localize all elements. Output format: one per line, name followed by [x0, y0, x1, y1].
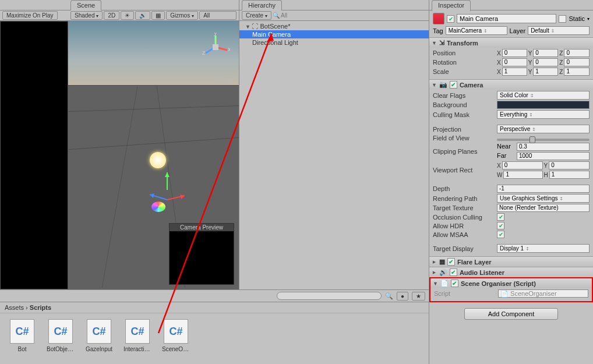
hierarchy-item-directional-light[interactable]: Directional Light [239, 38, 429, 47]
camera-preview: Camera Preview [169, 223, 234, 285]
gizmos-dropdown[interactable]: Gizmos [166, 11, 198, 20]
tab-scene[interactable]: Scene [70, 0, 101, 11]
project-filter-button[interactable]: ● [397, 292, 408, 301]
background-color-field[interactable] [497, 101, 590, 109]
breadcrumb[interactable]: Assets › Scripts [0, 302, 429, 313]
scene-view[interactable]: ‹Persp y x z [68, 21, 239, 289]
search-icon: 🔍 [385, 292, 393, 300]
viewport-y-field[interactable]: 0 [549, 161, 590, 169]
tag-label: Tag [433, 27, 443, 34]
layer-label: Layer [510, 27, 526, 34]
tag-dropdown[interactable]: MainCamera [446, 26, 507, 35]
scene-2d-toggle[interactable]: 2D [104, 11, 119, 20]
scene-organiser-enabled-checkbox[interactable] [451, 280, 458, 287]
highlight-annotation: ▼📄Scene Organiser (Script) Script📄 Scene… [429, 277, 593, 302]
asset-botobjects[interactable]: C#BotObjects [47, 319, 75, 352]
scale-x-field[interactable]: 1 [502, 68, 527, 76]
gameobject-enabled-checkbox[interactable] [447, 15, 454, 23]
hierarchy-tree[interactable]: ▼ ⛶ BotScene* Main Camera Directional Li… [239, 21, 429, 289]
far-clip-field[interactable]: 1000 [517, 152, 590, 160]
svg-marker-8 [165, 172, 170, 177]
component-scene-organiser: ▼📄Scene Organiser (Script) Script📄 Scene… [430, 278, 592, 301]
game-view [0, 21, 68, 289]
viewport-w-field[interactable]: 1 [503, 171, 542, 179]
flare-layer-header[interactable]: ▼▦Flare Layer [429, 257, 593, 267]
tab-hierarchy[interactable]: Hierarchy [242, 0, 282, 11]
game-tabbar [0, 0, 68, 10]
persp-label: ‹Persp [214, 76, 233, 83]
camera-header[interactable]: ▼📷Camera [429, 80, 593, 90]
camera-gizmo-icon [151, 202, 165, 212]
viewport-h-field[interactable]: 1 [549, 171, 590, 179]
clear-flags-dropdown[interactable]: Solid Color [497, 91, 590, 100]
directional-light-gizmo [150, 172, 185, 219]
allow-hdr-checkbox[interactable] [497, 222, 504, 229]
camera-enabled-checkbox[interactable] [450, 81, 457, 89]
shading-mode-dropdown[interactable]: Shaded [70, 11, 103, 20]
svg-text:y: y [214, 33, 217, 36]
gameobject-icon[interactable] [433, 13, 444, 24]
viewport-x-field[interactable]: 0 [502, 161, 543, 169]
add-component-button[interactable]: Add Component [464, 308, 559, 320]
hierarchy-create-dropdown[interactable]: Create [242, 11, 271, 20]
scene-panel: Scene Shaded 2D ☀ 🔊 ▦ Gizmos All [68, 0, 239, 289]
maximize-on-play-toggle[interactable]: Maximize On Play [2, 11, 58, 20]
svg-rect-6 [213, 44, 218, 50]
script-field[interactable]: 📄 SceneOrganiser [498, 289, 588, 298]
hierarchy-scene-row[interactable]: ▼ ⛶ BotScene* [239, 22, 429, 30]
component-flare-layer: ▼▦Flare Layer [429, 256, 593, 267]
asset-bot[interactable]: C#Bot [8, 319, 36, 352]
scene-lighting-toggle[interactable]: ☀ [121, 11, 134, 20]
rot-y-field[interactable]: 0 [533, 58, 558, 66]
inspector-panel: Inspector Main Camera Static ▾ Tag MainC… [429, 0, 593, 364]
scene-search[interactable]: All [199, 11, 237, 20]
flare-enabled-checkbox[interactable] [447, 258, 455, 266]
project-search[interactable] [277, 292, 382, 300]
asset-interactions[interactable]: C#Interactions [123, 319, 151, 352]
depth-field[interactable]: -1 [497, 185, 590, 193]
static-label: Static [569, 15, 585, 22]
asset-gazeinput[interactable]: C#GazeInput [85, 319, 113, 352]
hierarchy-item-main-camera[interactable]: Main Camera [239, 30, 429, 38]
svg-text:x: x [228, 45, 230, 52]
static-checkbox[interactable] [559, 15, 566, 23]
pos-z-field[interactable]: 0 [564, 49, 590, 57]
target-texture-field[interactable]: None (Render Texture) [497, 204, 590, 212]
occlusion-culling-checkbox[interactable] [497, 213, 504, 221]
near-clip-field[interactable]: 0.3 [517, 143, 590, 151]
svg-marker-12 [150, 193, 154, 198]
fov-slider[interactable] [497, 139, 590, 141]
asset-sceneorganiser[interactable]: C#SceneOrga... [162, 319, 190, 352]
transform-header[interactable]: ▼⇲Transform [429, 38, 593, 48]
game-panel: Maximize On Play [0, 0, 68, 289]
rendering-path-dropdown[interactable]: Use Graphics Settings [497, 194, 590, 203]
scale-z-field[interactable]: 1 [564, 68, 590, 76]
rot-z-field[interactable]: 0 [564, 58, 590, 66]
rot-x-field[interactable]: 0 [502, 58, 527, 66]
gameobject-name-field[interactable]: Main Camera [457, 14, 556, 23]
sun-icon [150, 152, 166, 168]
target-display-dropdown[interactable]: Display 1 [497, 244, 590, 253]
pos-y-field[interactable]: 0 [533, 49, 558, 57]
projection-dropdown[interactable]: Perspective [497, 125, 590, 133]
project-filter-star[interactable]: ★ [412, 292, 425, 301]
pos-x-field[interactable]: 0 [502, 49, 527, 57]
allow-msaa-checkbox[interactable] [497, 231, 504, 238]
scale-y-field[interactable]: 1 [533, 68, 558, 76]
component-transform: ▼⇲Transform Position X0 Y0 Z0 Rotation X… [429, 37, 593, 79]
hierarchy-panel: Hierarchy Create 🔍 All ▼ ⛶ BotScene* Mai… [239, 0, 429, 289]
component-camera: ▼📷Camera Clear FlagsSolid Color Backgrou… [429, 79, 593, 256]
layer-dropdown[interactable]: Default [528, 26, 590, 35]
scene-audio-toggle[interactable]: 🔊 [135, 11, 150, 20]
audio-listener-header[interactable]: ▼🔊Audio Listener [429, 267, 593, 277]
svg-text:z: z [202, 49, 206, 56]
audio-listener-enabled-checkbox[interactable] [450, 268, 457, 276]
asset-grid: C#Bot C#BotObjects C#GazeInput C#Interac… [0, 313, 429, 358]
hierarchy-search[interactable]: 🔍 All [273, 12, 426, 19]
orientation-gizmo[interactable]: y x z [201, 33, 230, 62]
svg-marker-10 [180, 195, 185, 199]
scene-organiser-header[interactable]: ▼📄Scene Organiser (Script) [430, 278, 592, 288]
scene-fx-toggle[interactable]: ▦ [151, 11, 165, 20]
culling-mask-dropdown[interactable]: Everything [497, 110, 590, 119]
tab-inspector[interactable]: Inspector [432, 0, 471, 11]
